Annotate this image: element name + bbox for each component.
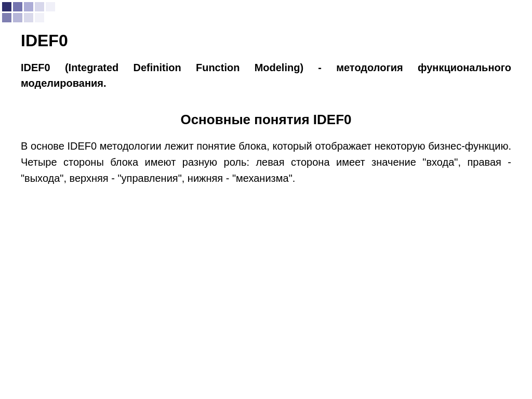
intro-paragraph: IDEF0 (Integrated Definition Function Mo… (21, 60, 511, 91)
svg-rect-3 (35, 2, 44, 11)
body-paragraph: В основе IDEF0 методологии лежит понятие… (21, 138, 511, 187)
section-title: Основные понятия IDEF0 (21, 112, 511, 128)
svg-rect-2 (24, 2, 33, 11)
svg-rect-7 (24, 13, 33, 22)
svg-rect-0 (2, 2, 11, 11)
page-title: IDEF0 (21, 31, 511, 50)
corner-decoration (0, 0, 62, 31)
svg-rect-8 (35, 13, 44, 22)
svg-rect-1 (13, 2, 22, 11)
svg-rect-6 (13, 13, 22, 22)
svg-rect-4 (46, 2, 55, 11)
content-area: IDEF0 IDEF0 (Integrated Definition Funct… (21, 31, 511, 389)
svg-rect-5 (2, 13, 11, 22)
